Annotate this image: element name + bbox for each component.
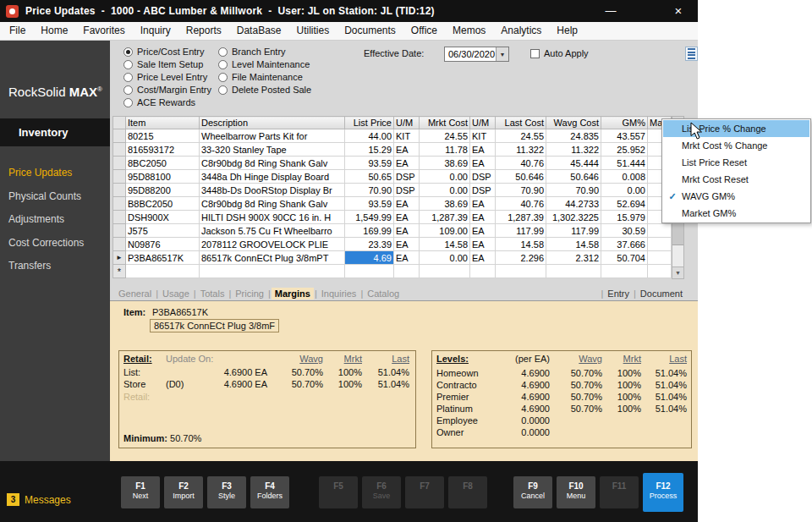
tab-totals[interactable]: Totals (197, 288, 228, 299)
grid-cell[interactable]: 11.322 (496, 143, 546, 157)
grid-cell[interactable]: DSP (394, 170, 420, 184)
row-selector[interactable] (113, 129, 126, 143)
fn-f9-cancel[interactable]: F9Cancel (513, 476, 552, 508)
grid-cell[interactable]: 38.69 (420, 157, 470, 170)
grid-cell[interactable]: 117.99 (496, 224, 546, 238)
menu-file[interactable]: File (2, 22, 33, 40)
grid-cell[interactable]: 1,549.99 (345, 211, 394, 224)
tab-entry[interactable]: Entry (604, 288, 633, 299)
grid-cell[interactable]: 70.90 (496, 184, 546, 197)
grid-cell[interactable]: EA (470, 157, 496, 170)
context-menu-item-list-price-change[interactable]: List Price % Change (663, 120, 809, 137)
grid-cell[interactable]: 80215 (126, 129, 200, 143)
grid-cell[interactable]: 14.58 (420, 238, 470, 251)
sidebar-item-adjustments[interactable]: Adjustments (8, 213, 64, 225)
grid-cell[interactable]: KIT (394, 129, 420, 143)
grid-cell[interactable]: 109.00 (420, 224, 470, 238)
grid-cell[interactable]: 15.29 (345, 143, 394, 157)
context-menu-item-wavg-gm[interactable]: ✓WAVG GM% (663, 188, 809, 205)
col-header-last-cost[interactable]: Last Cost (496, 117, 546, 129)
grid-cell[interactable]: 50.65 (345, 170, 394, 184)
grid-cell[interactable]: 2078112 GROOVELOCK PLIE (200, 238, 345, 251)
grid-cell[interactable]: 0.008 (601, 170, 648, 184)
radio-branch-entry[interactable]: Branch Entry (218, 46, 286, 58)
grid-cell[interactable]: 52.694 (601, 197, 648, 211)
grid-cell[interactable]: 0.00 (601, 184, 648, 197)
menu-home[interactable]: Home (33, 22, 75, 40)
grid-cell[interactable]: 44.2733 (546, 197, 601, 211)
menu-documents[interactable]: Documents (337, 22, 403, 40)
context-menu-item-market-gm[interactable]: Market GM% (663, 205, 809, 222)
grid-cell[interactable]: N09876 (126, 238, 200, 251)
grid-cell[interactable]: 0.00 (420, 251, 470, 265)
radio-price-level-entry[interactable]: Price Level Entry (123, 71, 207, 83)
grid-cell[interactable]: EA (470, 224, 496, 238)
sidebar-item-price-updates[interactable]: Price Updates (8, 167, 72, 179)
grid-cell[interactable]: EA (470, 143, 496, 157)
grid-cell[interactable]: 50.646 (546, 170, 601, 184)
menu-help[interactable]: Help (549, 22, 585, 40)
row-selector[interactable] (113, 238, 126, 251)
col-header-gm[interactable]: GM% (601, 117, 648, 129)
row-selector[interactable] (113, 143, 126, 157)
sidebar-item-transfers[interactable]: Transfers (8, 260, 51, 272)
radio-price-cost-entry[interactable]: Price/Cost Entry (123, 46, 204, 58)
col-header-description[interactable]: Description (200, 117, 345, 129)
grid-cell[interactable]: DSP (394, 184, 420, 197)
fn-f1-next[interactable]: F1Next (121, 476, 160, 508)
grid-cell[interactable]: 43.557 (601, 129, 648, 143)
grid-cell[interactable]: Wheelbarrow Parts Kit for (200, 129, 345, 143)
grid-cell[interactable]: 40.76 (496, 197, 546, 211)
grid-cell[interactable]: 0.00 (420, 184, 470, 197)
grid-cell[interactable]: EA (394, 157, 420, 170)
row-selector[interactable] (113, 224, 126, 238)
grid-cell[interactable]: 93.59 (345, 157, 394, 170)
grid-cell[interactable] (648, 238, 672, 251)
col-header-u-m[interactable]: U/M (470, 117, 496, 129)
menu-database[interactable]: DataBase (229, 22, 289, 40)
grid-cell[interactable]: P3BA86517K (126, 251, 200, 265)
grid-cell[interactable]: 117.99 (546, 224, 601, 238)
tab-inquiries[interactable]: Inquiries (318, 288, 360, 299)
tab-usage[interactable]: Usage (159, 288, 193, 299)
sidebar-item-physical-counts[interactable]: Physical Counts (8, 190, 81, 202)
grid-cell[interactable]: KIT (470, 129, 496, 143)
fn-f12-process[interactable]: F12Process (643, 473, 683, 512)
tab-catalog[interactable]: Catalog (364, 288, 403, 299)
grid-cell[interactable]: 23.39 (345, 238, 394, 251)
menu-office[interactable]: Office (403, 22, 445, 40)
grid-cell[interactable]: 37.666 (601, 238, 648, 251)
grid-cell[interactable]: DSP (470, 184, 496, 197)
grid-cell[interactable]: 25.952 (601, 143, 648, 157)
grid-cell[interactable]: EA (470, 197, 496, 211)
radio-level-maintenance[interactable]: Level Maintenance (218, 58, 310, 70)
close-button[interactable]: × (666, 0, 691, 22)
radio-delete-posted-sale[interactable]: Delete Posted Sale (218, 84, 311, 96)
grid-cell[interactable]: C8r90bdg 8d Ring Shank Galv (200, 157, 345, 170)
tab-general[interactable]: General (115, 288, 155, 299)
checkbox-icon[interactable] (530, 49, 540, 58)
grid-cell[interactable]: C8r90bdg 8d Ring Shank Galv (200, 197, 345, 211)
row-selector[interactable] (113, 184, 126, 197)
grid-cell[interactable]: DSH900X (126, 211, 200, 224)
grid-cell[interactable]: 8BC2050 (126, 157, 200, 170)
grid-cell[interactable]: 86517k ConnECt Plug 3/8mPT (200, 251, 345, 265)
row-selector[interactable] (113, 157, 126, 170)
grid-cell[interactable]: 50.646 (496, 170, 546, 184)
scroll-down-icon[interactable]: ▼ (672, 266, 683, 278)
sidebar-item-cost-corrections[interactable]: Cost Corrections (8, 237, 84, 249)
grid-cell[interactable]: 24.55 (496, 129, 546, 143)
grid-cell[interactable]: 11.78 (420, 143, 470, 157)
context-menu-item-mrkt-cost-reset[interactable]: Mrkt Cost Reset (663, 171, 809, 188)
minimize-button[interactable]: — (598, 0, 623, 22)
grid-cell[interactable]: EA (470, 211, 496, 224)
grid-cell[interactable]: DSP (470, 170, 496, 184)
grid-cell[interactable]: 14.58 (546, 238, 601, 251)
grid-cell[interactable]: 2.296 (496, 251, 546, 265)
grid-cell[interactable]: 95D88100 (126, 170, 200, 184)
col-header-list-price[interactable]: List Price (345, 117, 394, 129)
grid-cell[interactable]: 2.312 (546, 251, 601, 265)
radio-file-maintenance[interactable]: File Maintenance (218, 71, 303, 83)
grid-cell[interactable]: 816593172 (126, 143, 200, 157)
grid-cell[interactable] (648, 251, 672, 265)
